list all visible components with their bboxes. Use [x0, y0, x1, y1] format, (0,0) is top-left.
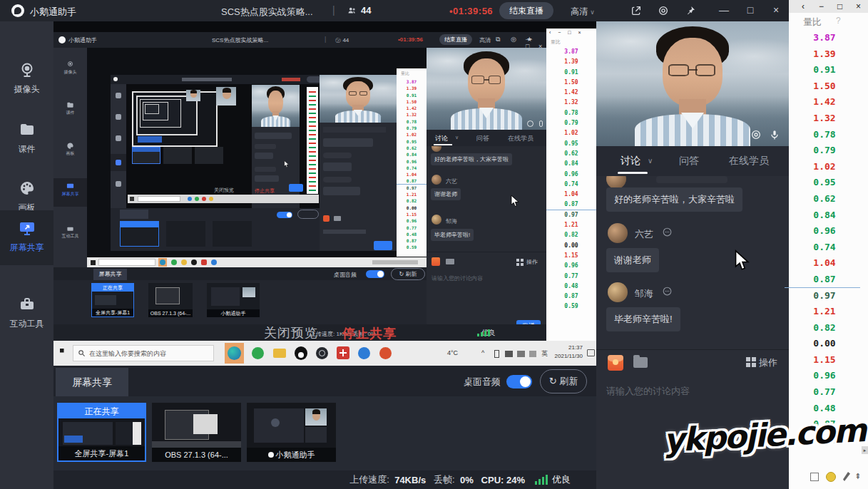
powerpoint-icon [379, 347, 392, 359]
app-icon [358, 347, 370, 359]
stock-minimize[interactable]: − [819, 1, 824, 11]
sharing-badge: 正在共享 [58, 404, 145, 418]
settings-icon[interactable] [658, 5, 669, 16]
share-thumbnail-assistant[interactable]: 小鹅通助手 [247, 403, 336, 462]
quality-select[interactable]: 高清 ∨ [571, 6, 595, 18]
actions-label[interactable]: 操作 [759, 356, 777, 369]
nested-taskbar: 在这里输入你要搜索的内容 4°C ^ 英 21:37 2021/11/30 [53, 341, 596, 366]
mouse-cursor [735, 249, 750, 272]
share-thumbnail-screen1[interactable]: 正在共享 全屏共享-屏幕1 [57, 403, 146, 462]
stock-maximize[interactable]: □ [837, 1, 842, 11]
dropframe-value: 0% [460, 475, 474, 485]
stock-sort-icon[interactable]: ⇞ [854, 472, 861, 481]
app-icon [252, 347, 264, 359]
mic-icon[interactable] [769, 129, 780, 141]
sidebar-item-tools[interactable]: 互动工具 [0, 296, 53, 330]
nested-share-tabrow: 屏幕共享 桌面音频 ↻ 刷新 [53, 267, 427, 280]
chat-dots-icon [662, 286, 673, 297]
file-icon[interactable] [633, 357, 648, 368]
explorer-icon [273, 349, 286, 358]
tab-students[interactable]: 在线学员 [729, 155, 769, 168]
screen: 小鹅通助手 SCS热点股实战策略... | 44 •01:39:56 结束直播 … [0, 0, 868, 489]
stop-share-button[interactable]: 停止共享 [342, 325, 397, 342]
stock-help[interactable]: ? [836, 16, 841, 26]
tab-discussion[interactable]: 讨论 [621, 155, 640, 168]
nested-app-name: 小鹅通助手 [68, 36, 97, 44]
pin-icon[interactable] [685, 5, 696, 16]
stock-titlebar: ‹ − □ × [789, 0, 868, 13]
minimize-button[interactable]: — [717, 4, 731, 16]
active-tab-underline [618, 172, 648, 174]
nested-chat-tabs: 讨论 ∨ 问答 在线学员 [427, 130, 546, 146]
status-bar: 上传速度: 74KB/s 丢帧: 0% CPU: 24% 优良 [53, 470, 596, 489]
screen-share-icon [19, 220, 36, 237]
stock-smiley-icon[interactable] [826, 472, 836, 482]
sidebar-label: 互动工具 [0, 318, 53, 330]
share-panel-tab[interactable]: 屏幕共享 [56, 368, 128, 396]
refresh-button[interactable]: ↻ 刷新 [540, 369, 587, 393]
palette-icon [19, 180, 36, 197]
thumbnail-label: 小鹅通助手 [247, 448, 336, 462]
close-preview-button[interactable]: 关闭预览 [264, 324, 318, 341]
qq-icon [295, 346, 307, 360]
nested-thumbnail: 小鹅通助手 [207, 283, 260, 317]
nested-stock-column: ‹ − □ × 量比 3.871.390.911.501.421.320.780… [546, 29, 596, 341]
desktop-audio-label: 桌面音频 [464, 376, 501, 388]
stock-column-header: 量比 [803, 16, 822, 29]
chat-username: 六艺 [635, 228, 653, 241]
stock-close[interactable]: × [856, 1, 861, 11]
chat-bubble: 好的老师辛苦啦，大家辛苦啦 [606, 187, 742, 212]
chat-bubble: 毕老师辛苦啦! [606, 307, 680, 331]
red-packet-icon[interactable] [608, 355, 623, 371]
nested-chat: 好的老师辛苦啦，大家辛苦啦 六艺 谢谢老师 邹海 毕老师辛苦啦! 操作 请输入您… [427, 146, 546, 324]
sidebar-label: 屏幕共享 [0, 242, 53, 254]
live-timer: •01:39:56 [449, 6, 493, 16]
nested-titlebar: 小鹅通助手 SCS热点股实战策略... | ㋡ 44 •01:39:56 结束直… [53, 32, 546, 48]
thumbnail-label: OBS 27.1.3 (64-... [152, 448, 241, 462]
screen-share-preview[interactable]: 小鹅通助手 SCS热点股实战策略... | ㋡ 44 •01:39:56 结束直… [53, 21, 596, 366]
cpu-value: CPU: 24% [481, 475, 525, 485]
folder-icon [19, 121, 36, 138]
chat-bubble: 谢谢老师 [606, 248, 659, 272]
stock-app-icon [337, 346, 349, 359]
obs-icon [316, 347, 328, 359]
back-icon[interactable]: ‹ [802, 1, 805, 11]
avatar [608, 282, 628, 302]
stock-divider-line [785, 287, 856, 288]
chat-dots-icon [662, 227, 673, 237]
nested-stream-title: SCS热点股实战策略... [212, 36, 268, 44]
sidebar: 摄像头 课件 画板 屏幕共享 互动工具 [0, 21, 53, 489]
end-live-button[interactable]: 结束直播 [499, 2, 553, 19]
camera-toggle-icon[interactable] [750, 129, 762, 140]
nested-end-live-button: 结束直播 [439, 34, 472, 45]
stream-title: SCS热点股实战策略... [221, 6, 313, 19]
signal-bars-icon [535, 475, 548, 485]
nested-app-logo-icon [58, 36, 66, 43]
maximize-button[interactable]: □ [743, 4, 757, 16]
share-thumbnail-obs[interactable]: OBS 27.1.3 (64-... [152, 403, 241, 462]
desktop-audio-toggle[interactable] [506, 375, 532, 388]
titlebar: 小鹅通助手 SCS热点股实战策略... | 44 •01:39:56 结束直播 … [0, 0, 789, 21]
title-separator: | [332, 4, 335, 16]
l2-app-window: 关闭预览 停止共享 [111, 75, 397, 251]
sidebar-item-whiteboard[interactable]: 画板 [0, 180, 53, 214]
l2-webcam [320, 75, 397, 123]
close-button[interactable]: × [769, 4, 783, 16]
tray-icon [517, 351, 525, 357]
dropframe-label: 丢帧: [434, 473, 455, 486]
actions-grid-icon[interactable] [746, 357, 750, 361]
chat-input[interactable]: 请输入您的讨论内容 [606, 385, 690, 398]
l2-stock-column: 量比 3.871.390.911.501.421.320.780.791.020… [397, 68, 427, 257]
sidebar-item-screenshare[interactable]: 屏幕共享 [0, 210, 53, 265]
stock-tool-icon[interactable] [810, 473, 819, 481]
share-icon[interactable] [630, 5, 642, 16]
sidebar-item-courseware[interactable]: 课件 [0, 121, 53, 155]
upload-label: 上传速度: [349, 473, 389, 486]
chat-username: 邹海 [635, 287, 653, 300]
tab-qa[interactable]: 问答 [679, 155, 699, 168]
sidebar-item-camera[interactable]: 摄像头 [0, 61, 53, 96]
app-name: 小鹅通助手 [30, 6, 76, 19]
viewers-icon [347, 6, 357, 16]
toolbox-icon [19, 296, 36, 313]
viewer-count: 44 [361, 5, 371, 16]
